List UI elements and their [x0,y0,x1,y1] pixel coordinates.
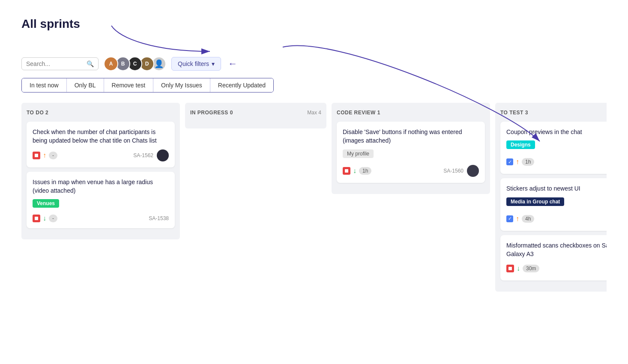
card-meta: ↑ - [33,152,57,159]
priority-down-icon: ↓ [517,265,520,272]
time-badge: 1h [522,158,534,166]
time-badge: 1h [359,167,371,175]
column-inprogress: IN PROGRESS 0 Max 4 [185,103,326,128]
page-title: All sprints [21,17,607,31]
column-header-codereview: CODE REVIEW 1 [337,110,485,116]
card-sa-1306[interactable]: Coupon previews in the chat Designs ✓ ↑ … [500,122,607,174]
card-sa-1538[interactable]: Issues in map when venue has a large rad… [27,172,175,229]
card-tag-myprofile: My profile [343,149,374,158]
card-sa-1560[interactable]: Disable 'Save' buttons if nothing was en… [337,122,485,183]
column-max: Max 4 [307,110,321,116]
card-title: Issues in map when venue has a large rad… [33,178,169,195]
card-footer: ↓ 30m SA-1544 [506,263,607,274]
filter-tag-recentlyupdated[interactable]: Recently Updated [210,78,273,92]
checkbox-icon: ✓ [506,215,513,222]
column-header-totest: TO TEST 3 [500,110,607,116]
card-meta: ↓ - [33,215,57,222]
priority-down-icon: ↓ [353,167,356,175]
column-title-totest: TO TEST 3 [500,110,528,116]
filter-tag-myissues[interactable]: Only My Issues [153,78,210,92]
card-tag-venues: Venues [33,199,59,208]
filter-tag-intest[interactable]: In test now [22,78,67,92]
search-input[interactable] [26,60,87,67]
ticket-id: SA-1560 [443,168,464,174]
card-footer: ✓ ↑ 4h SA-1033 [506,213,607,225]
time-badge: 30m [523,265,539,272]
sprint-board: TO DO 2 Check when the number of chat pa… [21,103,607,292]
column-header-inprogress: IN PROGRESS 0 Max 4 [190,110,321,116]
toolbar: 🔍 A B C D 👤 Quick filters ▾ ← [21,57,607,71]
card-meta: ↓ 1h [343,167,371,175]
quick-filters-label: Quick filters [178,60,209,67]
column-title-todo: TO DO 2 [27,110,48,116]
arrow-left-annotation: ← [228,58,237,69]
stop-icon [33,215,40,222]
column-header-todo: TO DO 2 [27,110,175,116]
assignee-avatar [157,149,169,161]
priority-up-icon: ↑ [516,158,519,166]
card-id-wrap: SA-1538 [149,215,169,221]
column-title-inprogress: IN PROGRESS 0 [190,110,233,116]
card-sa-1544[interactable]: Misformatted scans checkboxes on Samsung… [500,235,607,281]
chevron-down-icon: ▾ [212,60,215,67]
assignee-avatar [467,165,479,177]
card-tag-groupchat: Media in Group chat [506,197,564,206]
card-title: Misformatted scans checkboxes on Samsung… [506,241,607,259]
stop-icon [33,152,40,159]
filter-tags-bar: In test now Only BL Remove test Only My … [21,78,274,92]
stop-icon [506,265,514,272]
time-badge: 4h [522,215,534,223]
card-tag-designs: Designs [506,140,535,149]
priority-up-icon: ↑ [43,152,46,159]
card-id-wrap: SA-1562 [133,149,169,161]
search-icon: 🔍 [87,60,94,67]
card-title: Stickers adjust to newest UI [506,184,607,193]
column-codereview: CODE REVIEW 1 Disable 'Save' buttons if … [332,103,490,194]
priority-up-icon: ↑ [516,215,519,223]
card-footer: ↑ - SA-1562 [33,149,169,161]
priority-badge: - [49,152,57,159]
priority-badge: - [49,215,57,222]
filter-tag-onlybl[interactable]: Only BL [67,78,104,92]
card-title: Disable 'Save' buttons if nothing was en… [343,128,479,145]
card-meta: ↓ 30m [506,265,539,272]
avatar-group: A B C D 👤 [104,57,166,71]
card-footer: ↓ 1h SA-1560 [343,165,479,177]
search-box[interactable]: 🔍 [21,57,99,70]
ticket-id: SA-1562 [133,152,153,158]
card-footer: ↓ - SA-1538 [33,215,169,222]
column-todo: TO DO 2 Check when the number of chat pa… [21,103,180,239]
filter-tag-removetest[interactable]: Remove test [104,78,154,92]
checkbox-icon: ✓ [506,158,513,165]
card-meta: ✓ ↑ 4h [506,215,534,223]
card-sa-1033[interactable]: Stickers adjust to newest UI Media in Gr… [500,178,607,230]
card-id-wrap: SA-1560 [443,165,479,177]
quick-filters-button[interactable]: Quick filters ▾ [171,57,221,71]
card-title: Check when the number of chat participan… [33,128,169,145]
avatar[interactable]: A [104,57,118,71]
card-sa-1562[interactable]: Check when the number of chat participan… [27,122,175,167]
column-title-codereview: CODE REVIEW 1 [337,110,380,116]
stop-icon [343,167,350,175]
card-title: Coupon previews in the chat [506,128,607,136]
priority-down-icon: ↓ [43,215,46,222]
card-footer: ✓ ↑ 1h SA-1306 [506,156,607,168]
card-meta: ✓ ↑ 1h [506,158,534,166]
column-totest: TO TEST 3 Coupon previews in the chat De… [495,103,607,292]
ticket-id: SA-1538 [149,215,169,221]
